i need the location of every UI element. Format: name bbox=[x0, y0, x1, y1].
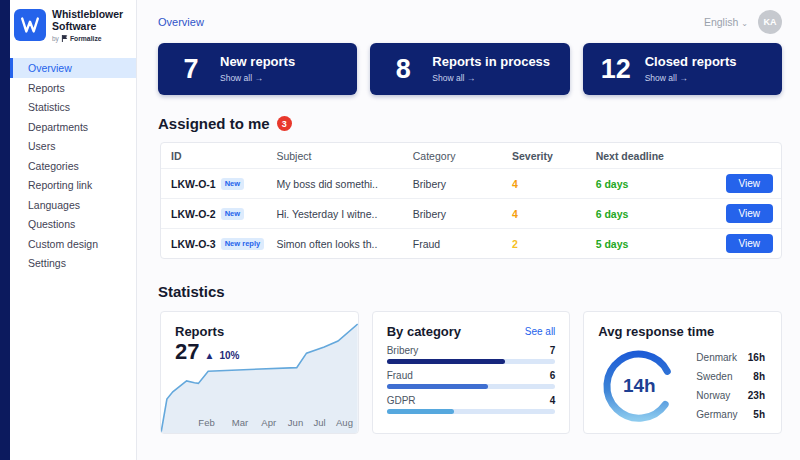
category-bar-row: Fraud 6 bbox=[387, 370, 556, 389]
response-time-donut: 14h bbox=[598, 345, 680, 427]
country-value: 8h bbox=[753, 371, 765, 382]
card-reports-in-process[interactable]: 8 Reports in process Show all → bbox=[370, 43, 569, 95]
report-deadline: 5 days bbox=[586, 238, 688, 250]
brand-block[interactable]: Whistleblower Software by Formalize bbox=[10, 0, 136, 52]
reports-total: 27 bbox=[175, 341, 199, 363]
breadcrumb[interactable]: Overview bbox=[158, 16, 204, 28]
bar-track bbox=[387, 384, 556, 389]
bar-fill bbox=[387, 409, 454, 414]
main-content: Overview English ⌄ KA 7 New reports Show… bbox=[137, 0, 800, 460]
report-subject: Hi. Yesterday I witne.. bbox=[266, 208, 402, 220]
in-process-label: Reports in process bbox=[432, 55, 550, 70]
status-badge: New bbox=[221, 208, 244, 220]
sidebar-nav: Overview Reports Statistics Departments … bbox=[10, 58, 136, 273]
sidebar-item-users[interactable]: Users bbox=[10, 136, 136, 156]
country-label: Denmark bbox=[696, 352, 737, 363]
arrow-right-icon: → bbox=[255, 73, 264, 83]
country-label: Norway bbox=[696, 390, 730, 401]
arrow-right-icon: → bbox=[679, 73, 688, 83]
list-item: Denmark 16h bbox=[694, 348, 767, 367]
show-all-text: Show all bbox=[432, 73, 464, 83]
brand-name-line2: Software bbox=[52, 21, 123, 33]
report-deadline: 6 days bbox=[586, 208, 688, 220]
assigned-section-header: Assigned to me 3 bbox=[137, 95, 800, 142]
col-severity: Severity bbox=[502, 150, 586, 162]
col-id: ID bbox=[161, 150, 266, 162]
sidebar-item-overview[interactable]: Overview bbox=[10, 58, 136, 78]
col-category: Category bbox=[403, 150, 502, 162]
sidebar-item-departments[interactable]: Departments bbox=[10, 117, 136, 137]
view-button[interactable]: View bbox=[726, 174, 774, 193]
byline-prefix: by bbox=[52, 35, 59, 42]
month-label: Jul bbox=[313, 417, 325, 428]
statistics-section-header: Statistics bbox=[137, 259, 800, 311]
topbar: Overview English ⌄ KA bbox=[137, 0, 800, 38]
country-value: 5h bbox=[753, 409, 765, 420]
category-label: GDPR bbox=[387, 395, 416, 406]
category-bar-row: Bribery 7 bbox=[387, 345, 556, 364]
country-value: 16h bbox=[748, 352, 765, 363]
language-label: English bbox=[704, 16, 738, 28]
sidebar-item-statistics[interactable]: Statistics bbox=[10, 97, 136, 117]
country-value: 23h bbox=[748, 390, 765, 401]
report-deadline: 6 days bbox=[586, 178, 688, 190]
month-label: Jun bbox=[288, 417, 303, 428]
table-row[interactable]: LKW-O-1 New My boss did somethi.. Briber… bbox=[161, 168, 781, 198]
closed-label: Closed reports bbox=[645, 55, 737, 70]
assigned-table: ID Subject Category Severity Next deadli… bbox=[160, 142, 782, 259]
report-severity: 2 bbox=[502, 238, 586, 250]
status-badge: New bbox=[221, 178, 244, 190]
view-button[interactable]: View bbox=[726, 204, 774, 223]
table-header-row: ID Subject Category Severity Next deadli… bbox=[161, 143, 781, 168]
col-subject: Subject bbox=[266, 150, 402, 162]
month-label: Apr bbox=[261, 417, 276, 428]
sidebar-item-settings[interactable]: Settings bbox=[10, 253, 136, 273]
category-value: 6 bbox=[550, 370, 556, 381]
show-all-link[interactable]: Show all → bbox=[220, 73, 295, 83]
report-id: LKW-O-3 bbox=[171, 238, 216, 250]
table-row[interactable]: LKW-O-3 New reply Simon often looks th..… bbox=[161, 228, 781, 258]
chevron-down-icon: ⌄ bbox=[741, 19, 748, 28]
category-value: 4 bbox=[550, 395, 556, 406]
sidebar-item-reports[interactable]: Reports bbox=[10, 78, 136, 98]
reports-trend-card[interactable]: Reports 27 ▲ 10% Feb Mar Apr Jun Jul Aug bbox=[160, 311, 359, 434]
sidebar-item-custom-design[interactable]: Custom design bbox=[10, 234, 136, 254]
sidebar-item-questions[interactable]: Questions bbox=[10, 214, 136, 234]
sidebar-item-reporting-link[interactable]: Reporting link bbox=[10, 175, 136, 195]
report-subject: My boss did somethi.. bbox=[266, 178, 402, 190]
language-selector[interactable]: English ⌄ bbox=[704, 16, 748, 28]
sidebar-item-categories[interactable]: Categories bbox=[10, 156, 136, 176]
see-all-link[interactable]: See all bbox=[525, 326, 556, 337]
avg-response-card: Avg response time bbox=[583, 311, 782, 434]
month-label: Mar bbox=[232, 417, 248, 428]
report-category: Bribery bbox=[403, 208, 502, 220]
bar-fill bbox=[387, 359, 505, 364]
bar-track bbox=[387, 359, 556, 364]
report-id: LKW-O-2 bbox=[171, 208, 216, 220]
table-row[interactable]: LKW-O-2 New Hi. Yesterday I witne.. Brib… bbox=[161, 198, 781, 228]
in-process-count: 8 bbox=[388, 56, 418, 83]
status-badge: New reply bbox=[221, 238, 264, 250]
card-new-reports[interactable]: 7 New reports Show all → bbox=[158, 43, 357, 95]
bar-track bbox=[387, 409, 556, 414]
summary-cards-row: 7 New reports Show all → 8 Reports in pr… bbox=[137, 38, 800, 95]
reports-delta: 10% bbox=[219, 350, 239, 361]
sidebar-item-languages[interactable]: Languages bbox=[10, 195, 136, 215]
card-closed-reports[interactable]: 12 Closed reports Show all → bbox=[583, 43, 782, 95]
brand-name-line1: Whistleblower bbox=[52, 9, 123, 21]
byline-brand: Formalize bbox=[70, 35, 102, 42]
show-all-link[interactable]: Show all → bbox=[645, 73, 737, 83]
list-item: Sweden 8h bbox=[694, 367, 767, 386]
show-all-text: Show all bbox=[645, 73, 677, 83]
month-label: Aug bbox=[336, 417, 353, 428]
closed-count: 12 bbox=[601, 56, 631, 83]
avatar[interactable]: KA bbox=[758, 10, 782, 34]
formalize-flag-icon bbox=[61, 35, 68, 42]
statistics-cards-row: Reports 27 ▲ 10% Feb Mar Apr Jun Jul Aug bbox=[137, 311, 800, 434]
report-severity: 4 bbox=[502, 208, 586, 220]
show-all-link[interactable]: Show all → bbox=[432, 73, 550, 83]
left-rail bbox=[0, 0, 10, 460]
view-button[interactable]: View bbox=[726, 234, 774, 253]
report-severity: 4 bbox=[502, 178, 586, 190]
brand-byline: by Formalize bbox=[52, 35, 123, 42]
